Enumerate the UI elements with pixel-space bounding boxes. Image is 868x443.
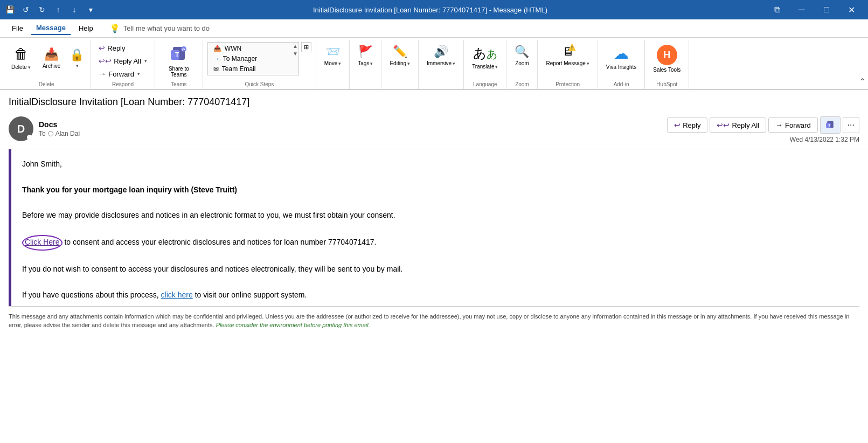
archive-button[interactable]: 📥 Archive	[38, 44, 65, 73]
ribbon: 🗑 Delete ▾ 📥 Archive	[0, 38, 868, 90]
message-window: InitialDisclosure Invitation [Loan Numbe…	[0, 90, 868, 335]
viva-insights-label: Viva Insights	[606, 64, 637, 70]
svg-text:P: P	[182, 47, 185, 52]
junk-dropdown-arrow: ▾	[75, 63, 79, 68]
forward-dropdown: ▾	[137, 71, 140, 77]
email-para2: Before we may provide disclosures and no…	[22, 209, 857, 222]
quickstep-teamemail[interactable]: ✉ Team Email	[210, 64, 296, 74]
recipient-status-dot	[48, 131, 53, 136]
menu-message[interactable]: Message	[31, 22, 71, 35]
tags-button[interactable]: 🚩 Tags ▾	[354, 42, 377, 69]
ribbon-group-respond: ↩ Reply ↩↩ Reply All ▾ → Forward ▾ Resp	[91, 40, 155, 89]
editing-group-items: ✏️ Editing ▾	[386, 42, 414, 86]
delete-button[interactable]: 🗑 Delete ▾	[6, 42, 36, 74]
close-button[interactable]: ✕	[839, 0, 864, 19]
disclaimer-green: Please consider the environment before p…	[216, 322, 370, 328]
window-title: InitialDisclosure Invitation [Loan Numbe…	[96, 6, 765, 14]
quicksteps-down-arrow[interactable]: ▼	[292, 50, 298, 57]
editing-button[interactable]: ✏️ Editing ▾	[386, 42, 414, 69]
teams-group-items: T P Share to Teams	[159, 42, 198, 80]
respond-group-label: Respond	[95, 80, 150, 89]
tags-dropdown-arrow: ▾	[370, 61, 373, 66]
email-para1: Thank you for your mortgage loan inquiry…	[22, 184, 857, 197]
immersive-button[interactable]: 🔊 Immersive ▾	[423, 42, 459, 69]
move-icon: 📨	[325, 45, 340, 59]
email-para4-suffix: to visit our online support system.	[195, 290, 307, 299]
zoom-button[interactable]: 🔍 Zoom	[511, 42, 533, 69]
quickstep-tomanager[interactable]: → To Manager	[210, 54, 296, 64]
recipient-name: Alan Dai	[55, 130, 80, 137]
menu-help[interactable]: Help	[73, 22, 99, 34]
forward-button[interactable]: → Forward ▾	[95, 68, 150, 80]
email-link1-suffix: to consent and access your electronic di…	[64, 238, 376, 246]
search-prompt[interactable]: Tell me what you want to do	[123, 24, 210, 32]
restore-button[interactable]: ⧉	[765, 0, 789, 19]
respond-buttons: ↩ Reply ↩↩ Reply All ▾ → Forward ▾	[95, 42, 150, 80]
hubspot-group-label: HubSpot	[649, 80, 684, 89]
forward-action-button[interactable]: → Forward	[768, 117, 818, 133]
email-para4: If you have questions about this process…	[22, 289, 857, 302]
maximize-button[interactable]: □	[814, 0, 839, 19]
reply-action-icon: ↩	[674, 121, 680, 129]
reply-button[interactable]: ↩ Reply	[95, 42, 150, 54]
move-label: Move ▾	[324, 60, 341, 66]
protection-group-items: 🖥 ⚠️ Report Message ▾	[542, 42, 593, 80]
junk-button[interactable]: 🔒 ▾	[67, 46, 86, 71]
language-group-label: Language	[468, 80, 502, 89]
hubspot-group-items: H Sales Tools	[649, 42, 684, 80]
forward-label: Forward	[108, 70, 134, 78]
email-sender: D Docs To Alan Dai	[9, 116, 80, 141]
translate-button[interactable]: ああ Translate ▾	[468, 42, 502, 72]
share-to-teams-button[interactable]: T P Share to Teams	[159, 42, 198, 80]
redo-icon[interactable]: ↻	[37, 4, 47, 15]
more-actions-button[interactable]: ···	[843, 117, 859, 133]
scroll-up-icon[interactable]: ↑	[53, 4, 64, 15]
customize-icon[interactable]: ▾	[85, 4, 96, 15]
click-here-link2[interactable]: click here	[161, 290, 193, 299]
zoom-group-label: Zoom	[511, 80, 533, 89]
click-here-link[interactable]: Click Here	[25, 238, 60, 246]
report-message-button[interactable]: 🖥 ⚠️ Report Message ▾	[542, 42, 593, 69]
ribbon-group-move: 📨 Move ▾	[316, 40, 350, 89]
language-group-items: ああ Translate ▾	[468, 42, 502, 80]
delete-group-items: 🗑 Delete ▾ 📥 Archive	[6, 42, 86, 80]
tags-flag-icon: 🚩	[358, 45, 373, 59]
viva-insights-button[interactable]: ☁ Viva Insights	[602, 42, 641, 73]
quicksteps-expand-btn[interactable]: ⊞	[301, 42, 311, 52]
reply-all-button[interactable]: ↩↩ Reply All ▾	[95, 55, 150, 67]
sender-name: Docs	[39, 120, 80, 129]
email-timestamp: Wed 4/13/2022 1:32 PM	[790, 136, 859, 143]
ribbon-collapse[interactable]: ⌃	[859, 40, 866, 89]
move-button[interactable]: 📨 Move ▾	[321, 42, 345, 69]
zoom-group-items: 🔍 Zoom	[511, 42, 533, 80]
ribbon-collapse-icon[interactable]: ⌃	[859, 77, 866, 87]
scroll-down-icon[interactable]: ↓	[69, 4, 80, 15]
delete-archive-stack: 🗑 Delete ▾ 📥 Archive	[6, 42, 86, 74]
titlebar: 💾 ↺ ↻ ↑ ↓ ▾ InitialDisclosure Invitation…	[0, 0, 868, 19]
quicksteps-up-arrow[interactable]: ▲	[292, 43, 298, 50]
editing-dropdown-arrow: ▾	[407, 61, 410, 66]
email-para-link1: Click Here to consent and access your el…	[22, 235, 857, 251]
teams-action-button[interactable]: T	[820, 116, 841, 134]
sales-tools-label: Sales Tools	[653, 67, 680, 73]
quicksteps-expand[interactable]: ⊞	[301, 42, 311, 53]
reply-label: Reply	[107, 44, 125, 52]
report-dropdown-arrow: ▾	[587, 61, 589, 66]
editing-icon: ✏️	[393, 45, 407, 59]
ribbon-group-delete: 🗑 Delete ▾ 📥 Archive	[2, 40, 91, 89]
menu-file[interactable]: File	[6, 22, 29, 34]
sender-avatar: D	[9, 116, 33, 141]
sales-tools-button[interactable]: H Sales Tools	[649, 42, 684, 75]
reply-all-action-button[interactable]: ↩↩ Reply All	[710, 117, 766, 133]
translate-icon: ああ	[473, 45, 497, 62]
move-group-items: 📨 Move ▾	[321, 42, 345, 86]
save-icon[interactable]: 💾	[4, 4, 15, 15]
quickstep-wwn[interactable]: 📤 WWN	[210, 44, 296, 53]
forward-action-icon: →	[775, 121, 783, 129]
undo-icon[interactable]: ↺	[20, 4, 31, 15]
minimize-button[interactable]: ─	[789, 0, 814, 19]
email-meta-right: ↩ Reply ↩↩ Reply All → Forward	[667, 116, 859, 143]
move-dropdown-arrow: ▾	[338, 61, 341, 66]
zoom-icon: 🔍	[515, 45, 529, 59]
reply-action-button[interactable]: ↩ Reply	[667, 117, 707, 133]
